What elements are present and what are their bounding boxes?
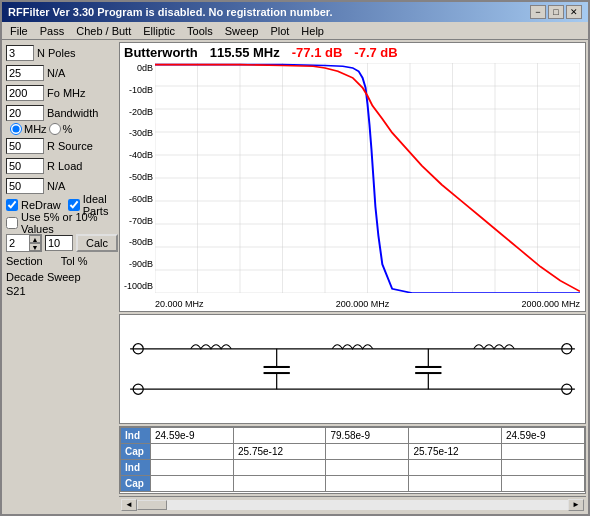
row1-label: Ind [121,428,151,444]
row2-c1 [151,444,234,460]
r-source-input[interactable] [6,138,44,154]
table-row: Cap [121,476,585,492]
y-label-6: -60dB [129,194,153,204]
spinner-input[interactable] [7,235,29,251]
menu-pass[interactable]: Pass [34,24,70,38]
x-label-0: 20.000 MHz [155,299,204,309]
n-poles-row: N Poles [6,44,113,62]
menu-plot[interactable]: Plot [264,24,295,38]
n-poles-input[interactable] [6,45,34,61]
tol-input[interactable] [45,235,73,251]
spinner-buttons: ▲ ▼ [29,235,41,251]
field6-input[interactable] [6,178,44,194]
minimize-button[interactable]: − [530,5,546,19]
field1-row: N/A [6,64,113,82]
y-label-5: -50dB [129,172,153,182]
right-panel: 0dB -10dB -20dB -30dB -40dB -50dB -60dB … [117,40,588,514]
row3-label: Ind [121,460,151,476]
chart-plot [155,63,580,293]
left-panel: N Poles N/A Fo MHz Bandwidth MHz [2,40,117,514]
section-label: Section [6,255,43,267]
main-window: RFFilter Ver 3.30 Program is disabled. N… [0,0,590,516]
redraw-label: ReDraw [21,199,61,211]
menu-help[interactable]: Help [295,24,330,38]
menu-bar: File Pass Cheb / Butt Elliptic Tools Swe… [2,22,588,40]
row2-label: Cap [121,444,151,460]
section-tol-row: Section Tol % [6,255,113,267]
r-load-label: R Load [47,160,82,172]
use5pct-label: Use 5% or 10% Values [21,211,113,235]
r-load-input[interactable] [6,158,44,174]
scroll-thumb[interactable] [137,500,167,510]
close-button[interactable]: ✕ [566,5,582,19]
radio-pct[interactable] [49,123,61,135]
y-label-2: -20dB [129,107,153,117]
table-area: Ind 24.59e-9 79.58e-9 24.59e-9 Cap 25.75… [119,426,586,494]
row4-c3 [326,476,409,492]
use5pct-checkbox[interactable] [6,217,18,229]
menu-sweep[interactable]: Sweep [219,24,265,38]
scroll-right-button[interactable]: ► [568,499,584,511]
x-label-2: 2000.000 MHz [521,299,580,309]
main-content: N Poles N/A Fo MHz Bandwidth MHz [2,40,588,514]
row2-c4: 25.75e-12 [409,444,502,460]
table-row: Cap 25.75e-12 25.75e-12 [121,444,585,460]
maximize-button[interactable]: □ [548,5,564,19]
s21-label: S21 [6,285,26,297]
ideal-parts-checkbox[interactable] [68,199,80,211]
bandwidth-row: Bandwidth [6,104,113,122]
menu-tools[interactable]: Tools [181,24,219,38]
radio-pct-label: % [63,123,73,135]
r-source-row: R Source [6,137,113,155]
decade-sweep-label: Decade Sweep [6,271,81,283]
scroll-track[interactable] [137,500,568,510]
y-label-1: -10dB [129,85,153,95]
row2-c2: 25.75e-12 [233,444,326,460]
spinner-up[interactable]: ▲ [29,235,41,243]
y-label-0: 0dB [137,63,153,73]
row4-label: Cap [121,476,151,492]
menu-file[interactable]: File [4,24,34,38]
menu-cheb-butt[interactable]: Cheb / Butt [70,24,137,38]
horizontal-scrollbar[interactable]: ◄ ► [119,496,586,512]
table-row: Ind 24.59e-9 79.58e-9 24.59e-9 [121,428,585,444]
scroll-left-button[interactable]: ◄ [121,499,137,511]
spinner-down[interactable]: ▼ [29,243,41,251]
y-label-8: -80dB [129,237,153,247]
decade-sweep-row: Decade Sweep [6,271,113,283]
calc-button[interactable]: Calc [76,234,118,252]
use5pct-row: Use 5% or 10% Values [6,215,113,231]
bandwidth-input[interactable] [6,105,44,121]
row4-c1 [151,476,234,492]
chart-val2: -7.7 dB [354,45,397,60]
y-label-10: -100dB [124,281,153,291]
table-row: Ind [121,460,585,476]
y-label-9: -90dB [129,259,153,269]
row1-c3: 79.58e-9 [326,428,409,444]
n-poles-label: N Poles [37,47,76,59]
fo-label: Fo MHz [47,87,86,99]
field6-label: N/A [47,180,65,192]
row1-c5: 24.59e-9 [501,428,584,444]
row3-c2 [233,460,326,476]
s21-row: S21 [6,285,113,297]
component-table: Ind 24.59e-9 79.58e-9 24.59e-9 Cap 25.75… [120,427,585,492]
menu-elliptic[interactable]: Elliptic [137,24,181,38]
field1-input[interactable] [6,65,44,81]
radio-group: MHz % [10,123,113,135]
redraw-checkbox[interactable] [6,199,18,211]
schematic-svg [120,315,585,423]
radio-mhz-label: MHz [24,123,47,135]
radio-mhz[interactable] [10,123,22,135]
spinner-row: ▲ ▼ Calc [6,233,113,253]
chart-area: 0dB -10dB -20dB -30dB -40dB -50dB -60dB … [119,42,586,312]
row1-c1: 24.59e-9 [151,428,234,444]
title-bar-buttons: − □ ✕ [530,5,582,19]
y-label-7: -70dB [129,216,153,226]
fo-input[interactable] [6,85,44,101]
chart-header: Butterworth 115.55 MHz -77.1 dB -7.7 dB [124,45,581,60]
chart-val1: -77.1 dB [292,45,343,60]
r-source-label: R Source [47,140,93,152]
row3-c1 [151,460,234,476]
row2-c3 [326,444,409,460]
